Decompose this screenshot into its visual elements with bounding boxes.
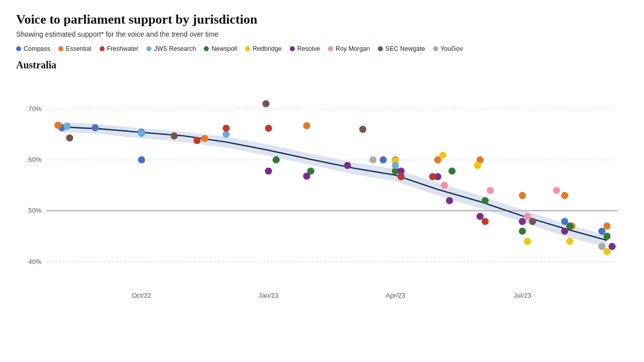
legend-dot [245,46,250,51]
svg-point-74 [603,248,610,255]
legend-label: Redbridge [253,45,282,52]
svg-point-53 [481,197,489,204]
svg-point-52 [474,162,481,169]
chart-subtitle: Showing estimated support* for the voice… [16,30,628,38]
legend-label: JWS Research [154,45,196,52]
svg-point-75 [598,243,605,250]
svg-point-43 [380,156,387,163]
svg-point-54 [487,187,494,194]
svg-point-32 [307,167,314,174]
legend-item-jws-research: JWS Research [146,45,196,52]
svg-point-70 [603,223,610,230]
svg-point-41 [359,126,366,133]
legend-label: Resolve [297,45,320,52]
legend-item-roy-morgan: Roy Morgan [328,45,370,52]
legend-label: Compass [24,45,50,52]
svg-point-40 [392,162,399,169]
svg-point-61 [524,213,531,220]
svg-point-49 [446,197,453,204]
svg-point-22 [138,156,145,163]
legend-dot [146,46,151,51]
section-title: Australia [16,59,628,71]
svg-text:Oct/22: Oct/22 [132,292,151,299]
svg-point-56 [481,218,489,225]
svg-point-39 [397,173,405,180]
legend-dot [290,46,295,51]
svg-point-50 [448,167,455,174]
svg-point-21 [138,130,145,137]
svg-point-55 [476,213,484,220]
svg-point-63 [561,192,568,199]
svg-point-72 [603,233,610,240]
svg-point-42 [369,156,376,163]
legend-item-resolve: Resolve [290,45,320,52]
svg-point-73 [608,243,615,250]
legend-item-essential: Essential [58,45,92,52]
legend-label: YouGov [441,45,463,52]
legend-label: Freshwater [107,45,139,52]
legend-dot [58,46,63,51]
legend-dot [433,46,438,51]
svg-point-57 [519,192,526,199]
svg-point-28 [303,122,310,129]
svg-point-60 [519,218,526,225]
svg-text:50%: 50% [28,207,42,214]
svg-point-18 [66,134,73,141]
legend-item-sec-newgate: SEC Newgate [378,45,425,52]
svg-point-34 [344,162,351,169]
svg-point-15 [92,124,99,131]
svg-text:Jan/23: Jan/23 [259,292,279,299]
svg-point-20 [171,132,178,139]
legend-item-redbridge: Redbridge [245,45,282,52]
svg-point-67 [553,187,560,194]
svg-rect-0 [47,83,618,298]
legend-label: SEC Newgate [385,45,425,52]
legend-item-newspoll: Newspoll [204,45,237,52]
legend: CompassEssentialFreshwaterJWS ResearchNe… [16,45,628,52]
legend-dot [204,46,209,51]
svg-text:60%: 60% [28,156,42,163]
legend-dot [16,46,21,51]
svg-point-16 [54,122,61,129]
svg-point-48 [441,182,448,189]
chart-svg: 70% 60% 50% 40% Oct/22 Jan/23 Apr/23 Jul… [16,75,628,326]
legend-label: Roy Morgan [336,45,370,52]
svg-point-29 [265,167,272,174]
svg-point-71 [598,228,605,235]
chart-area: 70% 60% 50% 40% Oct/22 Jan/23 Apr/23 Jul… [16,75,628,326]
chart-title: Voice to parliament support by jurisdict… [16,12,628,27]
svg-point-24 [222,125,229,132]
svg-point-47 [429,173,436,180]
svg-point-59 [524,238,531,245]
svg-point-27 [265,125,272,132]
svg-point-30 [273,156,280,163]
legend-dot [378,46,383,51]
svg-point-33 [262,100,269,107]
svg-point-25 [201,135,208,142]
legend-label: Essential [66,45,92,52]
legend-item-freshwater: Freshwater [100,45,139,52]
svg-text:Jul/23: Jul/23 [514,292,531,299]
svg-point-26 [194,137,201,144]
legend-item-compass: Compass [16,45,50,52]
svg-text:Apr/23: Apr/23 [386,292,406,299]
svg-point-58 [519,228,526,235]
svg-point-69 [566,238,573,245]
legend-label: Newspoll [211,45,237,52]
legend-dot [100,46,105,51]
svg-text:40%: 40% [28,258,42,265]
svg-point-17 [63,123,70,130]
svg-point-23 [222,131,229,138]
svg-point-62 [529,218,536,225]
svg-point-66 [566,223,573,230]
svg-point-45 [439,152,446,159]
svg-text:70%: 70% [28,105,42,113]
legend-item-yougov: YouGov [433,45,463,52]
legend-dot [328,46,333,51]
svg-point-68 [561,228,568,235]
